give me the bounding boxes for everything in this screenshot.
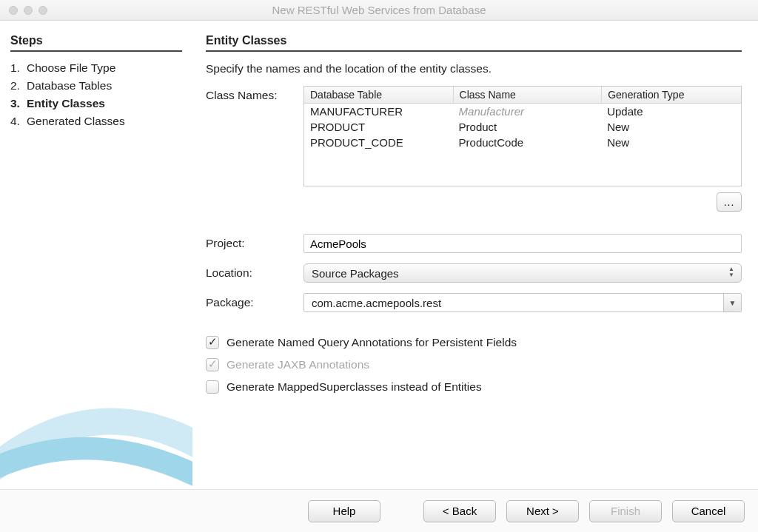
mapped-check-row: Generate MappedSuperclasses instead of E… [206, 380, 742, 394]
cell-database-table: PRODUCT_CODE [304, 135, 453, 150]
location-select[interactable]: Source Packages ▲▼ [303, 263, 742, 283]
mapped-superclass-checkbox[interactable] [206, 380, 219, 394]
updown-icon: ▲▼ [726, 266, 737, 278]
col-class-name[interactable]: Class Name [453, 87, 602, 103]
package-row: Package: com.acme.acmepools.rest ▼ [206, 293, 742, 312]
table-body: MANUFACTURERManufacturerUpdatePRODUCTPro… [304, 104, 741, 186]
instruction-text: Specify the names and the location of th… [206, 62, 742, 75]
step-label: Choose File Type [27, 61, 115, 74]
cancel-button[interactable]: Cancel [672, 500, 745, 522]
sidebar-step: 3.Entity Classes [10, 95, 182, 112]
class-names-table[interactable]: Database Table Class Name Generation Typ… [303, 86, 742, 186]
chevron-down-icon[interactable]: ▼ [723, 294, 741, 312]
cell-class-name[interactable]: Product [453, 119, 602, 135]
col-database-table[interactable]: Database Table [304, 87, 453, 103]
sidebar-step: 1.Choose File Type [10, 59, 182, 77]
step-number: 3. [10, 97, 27, 110]
cell-generation-type: New [601, 119, 741, 135]
package-label: Package: [206, 296, 303, 309]
project-input[interactable] [303, 234, 742, 253]
content-area: Steps 1.Choose File Type2.Database Table… [0, 21, 758, 489]
step-number: 1. [10, 61, 27, 75]
main-heading: Entity Classes [206, 34, 742, 52]
cell-generation-type: Update [601, 104, 741, 119]
sidebar-step: 2.Database Tables [10, 77, 182, 95]
jaxb-checkbox [206, 358, 219, 371]
cell-class-name[interactable]: ProductCode [453, 135, 602, 150]
table-row[interactable]: MANUFACTURERManufacturerUpdate [304, 104, 741, 119]
titlebar: New RESTful Web Services from Database [0, 0, 758, 21]
table-row[interactable]: PRODUCT_CODEProductCodeNew [304, 135, 741, 150]
cell-database-table: PRODUCT [304, 119, 453, 135]
main-panel: Entity Classes Specify the names and the… [192, 21, 758, 489]
sidebar-decoration [0, 363, 192, 489]
sidebar: Steps 1.Choose File Type2.Database Table… [0, 21, 192, 489]
location-label: Location: [206, 266, 303, 280]
table-row[interactable]: PRODUCTProductNew [304, 119, 741, 135]
cell-class-name[interactable]: Manufacturer [453, 104, 602, 119]
step-label: Generated Classes [27, 115, 125, 127]
help-button[interactable]: Help [308, 500, 380, 522]
class-names-row: Class Names: Database Table Class Name G… [206, 86, 742, 223]
project-row: Project: [206, 234, 742, 253]
package-combobox[interactable]: com.acme.acmepools.rest ▼ [303, 293, 742, 312]
sidebar-step: 4.Generated Classes [10, 112, 182, 130]
next-button[interactable]: Next > [506, 500, 579, 522]
step-label: Database Tables [27, 79, 112, 92]
footer: Help < Back Next > Finish Cancel [0, 489, 758, 532]
checkbox-group: Generate Named Query Annotations for Per… [206, 336, 742, 403]
jaxb-label: Generate JAXB Annotations [227, 358, 369, 371]
named-query-check-row: Generate Named Query Annotations for Per… [206, 336, 742, 349]
package-value: com.acme.acmepools.rest [312, 297, 441, 309]
back-button[interactable]: < Back [423, 500, 496, 522]
cell-database-table: MANUFACTURER [304, 104, 453, 119]
jaxb-check-row: Generate JAXB Annotations [206, 358, 742, 371]
steps-heading: Steps [10, 34, 182, 52]
step-number: 4. [10, 115, 27, 128]
location-row: Location: Source Packages ▲▼ [206, 263, 742, 283]
named-query-label: Generate Named Query Annotations for Per… [227, 336, 517, 349]
finish-button: Finish [589, 500, 662, 522]
location-value: Source Packages [312, 267, 399, 280]
named-query-checkbox[interactable] [206, 336, 219, 349]
step-number: 2. [10, 79, 27, 92]
project-label: Project: [206, 237, 303, 250]
browse-button[interactable]: ... [717, 192, 742, 212]
step-label: Entity Classes [27, 97, 105, 110]
col-generation-type[interactable]: Generation Type [601, 87, 741, 103]
cell-generation-type: New [601, 135, 741, 150]
mapped-label: Generate MappedSuperclasses instead of E… [227, 380, 482, 394]
window-title: New RESTful Web Services from Database [0, 4, 758, 16]
class-names-label: Class Names: [206, 86, 303, 102]
table-header: Database Table Class Name Generation Typ… [304, 87, 741, 104]
steps-list: 1.Choose File Type2.Database Tables3.Ent… [10, 59, 182, 130]
